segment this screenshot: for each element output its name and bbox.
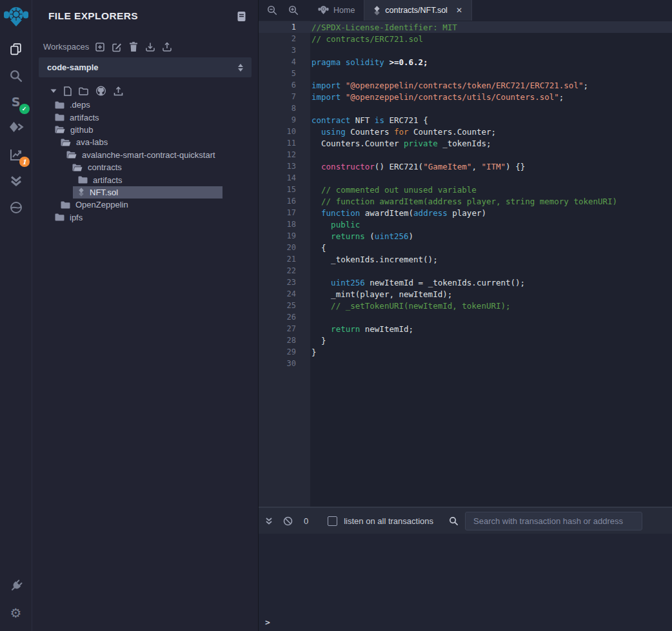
solidity-compiler-icon[interactable]: S ✓	[7, 93, 25, 111]
code-line-1[interactable]: 1//SPDX-License-Identifier: MIT	[259, 21, 672, 33]
terminal-output[interactable]: >	[259, 534, 672, 631]
download-workspace-icon[interactable]	[144, 41, 155, 52]
tree-item-contracts[interactable]: contracts	[32, 161, 258, 173]
code-line-4[interactable]: 4pragma solidity >=0.6.2;	[259, 56, 672, 68]
tree-item-avalanche-smart-contract-quickstart[interactable]: avalanche-smart-contract-quickstart	[32, 149, 258, 161]
line-number[interactable]: 15	[259, 185, 310, 194]
workspace-select[interactable]: code-sample	[39, 57, 252, 77]
line-number[interactable]: 21	[259, 255, 310, 264]
tree-item-ipfs[interactable]: ipfs	[32, 211, 258, 224]
tree-item-github[interactable]: github	[32, 124, 258, 136]
code-line-30[interactable]: 30	[259, 358, 672, 369]
unit-testing-icon[interactable]	[7, 172, 25, 190]
code-editor[interactable]: 1//SPDX-License-Identifier: MIT2// contr…	[259, 21, 672, 507]
zoom-in-icon[interactable]	[282, 0, 304, 21]
upload-file-icon[interactable]	[114, 86, 123, 96]
code-line-20[interactable]: 20 {	[259, 242, 672, 253]
line-number[interactable]: 29	[259, 347, 310, 356]
code-line-8[interactable]: 8	[259, 102, 672, 114]
code-area[interactable]: 1//SPDX-License-Identifier: MIT2// contr…	[259, 21, 672, 369]
new-folder-icon[interactable]	[79, 87, 88, 95]
line-number[interactable]: 13	[259, 162, 310, 171]
file-explorer-icon[interactable]	[7, 40, 25, 58]
create-workspace-icon[interactable]	[94, 41, 105, 52]
code-line-10[interactable]: 10 using Counters for Counters.Counter;	[259, 126, 672, 137]
zoom-out-icon[interactable]	[261, 0, 282, 21]
code-line-28[interactable]: 28 }	[259, 335, 672, 346]
tree-item-openzeppelin[interactable]: OpenZeppelin	[32, 199, 258, 211]
collapse-caret-icon[interactable]	[50, 88, 57, 93]
listen-transactions-checkbox[interactable]	[328, 516, 337, 526]
code-line-29[interactable]: 29}	[259, 346, 672, 358]
code-line-14[interactable]: 14	[259, 172, 672, 184]
debugger-sphere-icon[interactable]	[7, 199, 25, 217]
tab-nft-sol[interactable]: contracts/NFT.sol ✕	[364, 0, 472, 21]
line-number[interactable]: 23	[259, 278, 310, 287]
code-line-6[interactable]: 6import "@openzeppelin/contracts/token/E…	[259, 79, 672, 91]
line-number[interactable]: 9	[259, 115, 310, 124]
line-number[interactable]: 7	[259, 92, 310, 101]
code-line-27[interactable]: 27 return newItemId;	[259, 323, 672, 335]
transaction-search-input[interactable]	[465, 512, 642, 530]
line-number[interactable]: 19	[259, 231, 310, 240]
clone-github-icon[interactable]	[95, 86, 106, 96]
line-number[interactable]: 4	[259, 57, 310, 66]
code-line-26[interactable]: 26	[259, 311, 672, 323]
code-line-11[interactable]: 11 Counters.Counter private _tokenIds;	[259, 137, 672, 149]
code-line-9[interactable]: 9contract NFT is ERC721 {	[259, 114, 672, 126]
line-number[interactable]: 27	[259, 324, 310, 333]
line-number[interactable]: 30	[259, 359, 310, 368]
search-icon[interactable]	[7, 66, 25, 84]
tree-item-artifacts[interactable]: artifacts	[32, 111, 258, 123]
line-number[interactable]: 6	[259, 81, 310, 90]
tree-item-artifacts[interactable]: artifacts	[32, 173, 258, 186]
line-number[interactable]: 5	[259, 69, 310, 78]
line-number[interactable]: 3	[259, 46, 310, 55]
line-number[interactable]: 17	[259, 208, 310, 217]
static-analysis-icon[interactable]: 1	[7, 146, 25, 164]
code-line-13[interactable]: 13 constructor() ERC721("GameItem", "ITM…	[259, 160, 672, 172]
line-number[interactable]: 8	[259, 104, 310, 113]
restore-workspace-icon[interactable]	[161, 41, 172, 52]
line-number[interactable]: 2	[259, 34, 310, 43]
line-number[interactable]: 11	[259, 139, 310, 148]
line-number[interactable]: 14	[259, 173, 310, 182]
remix-logo-icon[interactable]	[2, 3, 30, 32]
line-number[interactable]: 28	[259, 336, 310, 345]
code-line-17[interactable]: 17 function awardItem(address player)	[259, 207, 672, 218]
code-line-25[interactable]: 25 // _setTokenURI(newItemId, tokenURI);	[259, 300, 672, 311]
code-line-3[interactable]: 3	[259, 44, 672, 56]
plugin-manager-icon[interactable]	[7, 577, 25, 595]
tree-item-nft.sol[interactable]: NFT.sol	[32, 186, 258, 199]
code-line-12[interactable]: 12	[259, 149, 672, 160]
rename-workspace-icon[interactable]	[111, 41, 122, 52]
settings-gear-icon[interactable]: ⚙	[7, 604, 25, 622]
tab-home[interactable]: Home	[309, 0, 364, 21]
tree-item-.deps[interactable]: .deps	[32, 99, 258, 111]
delete-workspace-icon[interactable]	[128, 41, 139, 52]
book-icon[interactable]	[237, 11, 246, 22]
line-number[interactable]: 18	[259, 220, 310, 229]
code-line-24[interactable]: 24 _mint(player, newItemId);	[259, 288, 672, 300]
close-tab-icon[interactable]: ✕	[456, 6, 462, 15]
code-line-18[interactable]: 18 public	[259, 218, 672, 230]
line-number[interactable]: 22	[259, 266, 310, 275]
code-line-15[interactable]: 15 // commented out unused variable	[259, 184, 672, 195]
clear-console-icon[interactable]	[283, 516, 293, 526]
expand-terminal-icon[interactable]	[265, 517, 273, 525]
code-line-21[interactable]: 21 _tokenIds.increment();	[259, 253, 672, 265]
code-line-5[interactable]: 5	[259, 68, 672, 79]
line-number[interactable]: 20	[259, 243, 310, 252]
line-number[interactable]: 24	[259, 289, 310, 298]
code-line-16[interactable]: 16 // function awardItem(address player,…	[259, 195, 672, 207]
tree-item-ava-labs[interactable]: ava-labs	[32, 136, 258, 148]
line-number[interactable]: 1	[259, 23, 310, 32]
line-number[interactable]: 10	[259, 127, 310, 136]
deploy-and-run-icon[interactable]	[7, 119, 25, 137]
code-line-19[interactable]: 19 returns (uint256)	[259, 230, 672, 242]
new-file-icon[interactable]	[64, 86, 72, 96]
line-number[interactable]: 16	[259, 197, 310, 206]
code-line-23[interactable]: 23 uint256 newItemId = _tokenIds.current…	[259, 277, 672, 288]
code-line-22[interactable]: 22	[259, 265, 672, 277]
line-number[interactable]: 12	[259, 150, 310, 159]
